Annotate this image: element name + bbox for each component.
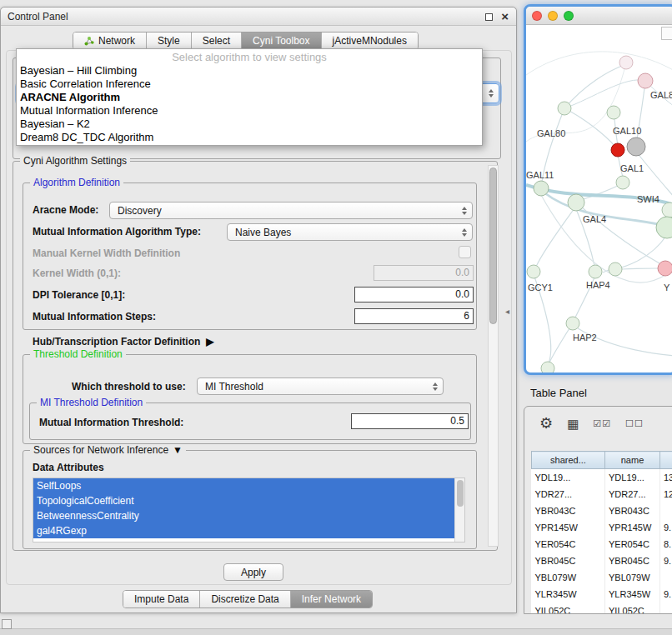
network-node[interactable]	[616, 176, 629, 189]
table-row[interactable]: YBL079WYBL079W	[532, 569, 672, 586]
attribute-item[interactable]: TopologicalCoefficient	[33, 493, 454, 508]
algorithm-option[interactable]: Basic Correlation Inference	[18, 78, 481, 91]
mi-steps-input[interactable]: 6	[354, 308, 474, 324]
settings-scrollbar[interactable]	[488, 165, 499, 547]
network-node[interactable]	[658, 261, 672, 276]
column-header[interactable]: name	[605, 452, 660, 469]
table-cell[interactable]: YER054C	[532, 536, 605, 552]
dpi-tolerance-input[interactable]: 0.0	[354, 287, 474, 302]
hub-definition-section[interactable]: Hub/Transcription Factor Definition ▶	[33, 336, 214, 348]
network-node[interactable]	[541, 362, 554, 372]
panel-collapse-arrow[interactable]: ◂	[505, 307, 509, 316]
data-attributes-listbox[interactable]: SelfLoopsTopologicalCoefficientBetweenne…	[33, 478, 465, 542]
table-row[interactable]: YBR045CYBR045C9.	[532, 552, 672, 569]
network-node[interactable]	[662, 202, 672, 218]
table-cell[interactable]: YBR043C	[605, 502, 660, 519]
network-window-titlebar[interactable]	[526, 7, 672, 25]
tab-select[interactable]: Select	[192, 32, 242, 49]
table-cell[interactable]: YBR045C	[532, 552, 605, 569]
mi-threshold-input[interactable]: 0.5	[351, 413, 469, 429]
network-node[interactable]	[656, 217, 672, 238]
kernel-width-input[interactable]: 0.0	[374, 265, 474, 281]
network-node[interactable]	[566, 317, 579, 330]
table-cell[interactable]: YDL19...	[605, 469, 660, 486]
table-cell[interactable]: YIL052C	[605, 602, 660, 615]
control-panel-titlebar[interactable]: Control Panel ×	[1, 8, 516, 26]
algorithm-option[interactable]: Mutual Information Inference	[18, 104, 481, 118]
select-columns-icon[interactable]: ☑☑	[593, 419, 611, 428]
table-cell[interactable]	[660, 569, 672, 586]
table-cell[interactable]: YIL052C	[532, 602, 605, 615]
list-scrollbar[interactable]	[454, 478, 464, 542]
table-cell[interactable]: YDR27...	[532, 486, 605, 502]
algorithm-option[interactable]: Bayesian – K2	[18, 118, 481, 131]
table-cell[interactable]: YPR145W	[605, 519, 660, 536]
table-row[interactable]: YIL052CYIL052C	[532, 602, 672, 615]
table-cell[interactable]: YBL079W	[532, 569, 605, 586]
minimized-panel-icon[interactable]	[2, 619, 12, 629]
network-node[interactable]	[609, 262, 622, 276]
table-row[interactable]: YDL19...YDL19...13	[532, 469, 672, 486]
tab-cyni-toolbox[interactable]: Cyni Toolbox	[242, 32, 321, 49]
table-row[interactable]: YER054CYER054C8.	[532, 536, 672, 552]
network-node[interactable]	[627, 138, 645, 156]
gear-icon[interactable]: ⚙	[539, 416, 553, 431]
aracne-mode-select[interactable]: Discovery	[109, 202, 473, 219]
apply-button[interactable]: Apply	[223, 563, 283, 581]
table-cell[interactable]: 13	[660, 469, 672, 486]
manual-kernel-checkbox[interactable]	[459, 246, 471, 258]
network-node[interactable]	[558, 102, 571, 115]
table-cell[interactable]: YDL19...	[532, 469, 605, 486]
table-row[interactable]: YPR145WYPR145W9.	[532, 519, 672, 536]
table-row[interactable]: YDR27...YDR27...12	[532, 486, 672, 502]
attribute-item[interactable]: gal4RGexp	[33, 523, 454, 538]
float-window-icon[interactable]	[485, 13, 493, 21]
settings-scrollbar-thumb[interactable]	[489, 168, 497, 324]
network-node[interactable]	[589, 265, 602, 278]
table-cell[interactable]: YLR345W	[532, 586, 605, 602]
close-window-icon[interactable]: ×	[501, 8, 509, 25]
network-node[interactable]	[611, 143, 624, 157]
algorithm-option[interactable]: Dream8 DC_TDC Algorithm	[18, 131, 481, 144]
expand-right-icon[interactable]: ▶	[206, 336, 213, 348]
network-node[interactable]	[534, 181, 549, 196]
table-cell[interactable]: 12	[660, 486, 672, 502]
table-cell[interactable]: YLR345W	[605, 586, 660, 602]
network-canvas-svg[interactable]: GAL8GAL80GAL10GAL11GAL1SWI4GAL4GCY1HAP4Y…	[526, 25, 672, 372]
tab-discretize-data[interactable]: Discretize Data	[200, 591, 290, 608]
column-header[interactable]: shared...	[532, 452, 605, 469]
network-node[interactable]	[568, 194, 584, 211]
tab-impute-data[interactable]: Impute Data	[123, 591, 200, 608]
algorithm-option[interactable]: ARACNE Algorithm	[18, 91, 481, 104]
table-cell[interactable]: 8.	[660, 536, 672, 552]
collapse-down-icon[interactable]: ▼	[173, 444, 183, 456]
table-cell[interactable]: YBL079W	[605, 569, 660, 586]
attribute-item[interactable]: BetweennessCentrality	[33, 508, 454, 523]
tab-infer-network[interactable]: Infer Network	[291, 591, 372, 608]
algorithm-option[interactable]: Bayesian – Hill Climbing	[18, 64, 481, 78]
network-view-window[interactable]: GAL8GAL80GAL10GAL11GAL1SWI4GAL4GCY1HAP4Y…	[524, 4, 672, 375]
close-traffic-light[interactable]	[532, 11, 542, 21]
network-node[interactable]	[619, 56, 633, 69]
column-header[interactable]	[660, 452, 672, 469]
table-cell[interactable]: YER054C	[605, 536, 660, 552]
which-threshold-select[interactable]: MI Threshold	[197, 378, 444, 395]
table-cell[interactable]: 9.	[660, 552, 672, 569]
table-cell[interactable]: YPR145W	[532, 519, 605, 536]
table-cell[interactable]: 9.	[660, 519, 672, 536]
clear-columns-icon[interactable]: ☐☐	[625, 419, 644, 428]
network-node[interactable]	[638, 73, 653, 88]
mi-type-select[interactable]: Naive Bayes	[227, 223, 473, 241]
table-cell[interactable]	[660, 602, 672, 615]
network-node[interactable]	[607, 106, 620, 119]
columns-icon[interactable]: ▦	[567, 418, 579, 430]
table-cell[interactable]: YBR043C	[532, 502, 605, 519]
table-cell[interactable]: YDR27...	[605, 486, 660, 502]
table-cell[interactable]: 9.	[660, 586, 672, 602]
minimize-traffic-light[interactable]	[548, 11, 558, 21]
table-row[interactable]: YLR345WYLR345W9.	[532, 586, 672, 602]
zoom-traffic-light[interactable]	[564, 11, 574, 21]
table-cell[interactable]	[660, 502, 672, 519]
attribute-item[interactable]: SelfLoops	[33, 478, 454, 493]
table-row[interactable]: YBR043CYBR043C	[532, 502, 672, 519]
